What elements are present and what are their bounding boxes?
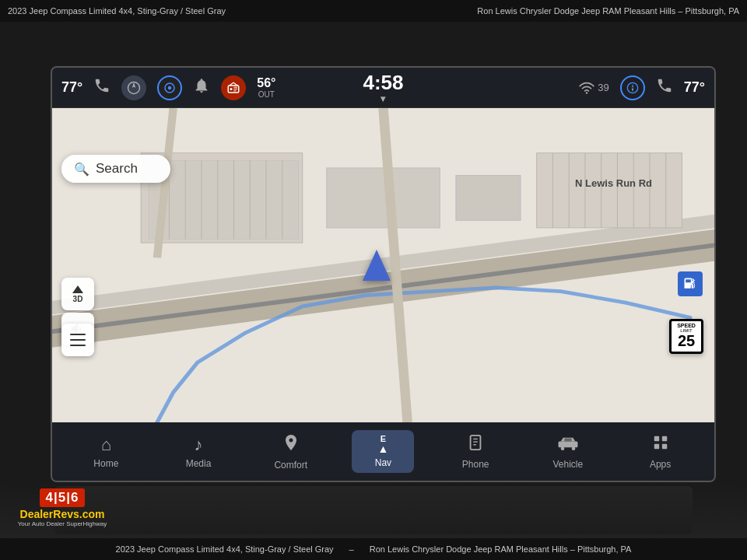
search-icon: 🔍 [74,162,89,177]
search-bar[interactable]: 🔍 Search [61,155,170,183]
infotainment-screen: 77° [51,66,716,482]
svg-rect-42 [654,436,658,440]
watermark-brand: DealerRevs [20,508,79,520]
svg-rect-23 [537,153,682,228]
compass-icon[interactable] [620,75,645,100]
svg-point-40 [572,446,576,450]
media-icon: ♪ [195,435,203,455]
bottom-bar-right: Ron Lewis Chrysler Dodge Jeep RAM Pleasa… [370,544,632,554]
nav-item-apps[interactable]: Apps [630,429,692,474]
watermark-tagline: Your Auto Dealer SuperHighway [18,520,107,527]
top-bar-right: Ron Lewis Chrysler Dodge Jeep RAM Pleasa… [477,6,739,16]
svg-rect-45 [661,443,666,448]
status-bar: 77° [52,68,714,108]
nav-item-phone[interactable]: Phone [444,429,507,474]
search-label: Search [96,161,138,177]
map-area: N Lewis Run Rd 🔍 Search 3D [52,108,714,422]
top-bar: 2023 Jeep Compass Limited 4x4, Sting-Gra… [0,0,747,22]
svg-rect-21 [327,168,440,228]
up-arrow-icon [72,285,83,293]
nav-circle-icon [121,75,146,100]
3d-button[interactable]: 3D [61,278,94,310]
outside-temp: 56° OUT [257,75,275,100]
svg-rect-38 [558,441,577,447]
vehicle-position-arrow [363,250,391,281]
phone-nav-label: Phone [462,459,489,470]
nav-item-media[interactable]: ♪ Media [167,430,230,474]
svg-point-5 [586,92,587,93]
speed-limit-sign: SPEED LIMIT 25 [669,319,703,354]
status-time: 4:58 ▾ [363,71,403,104]
temp-left: 77° [61,79,82,96]
svg-point-39 [561,446,565,450]
signal-strength: 39 [598,82,608,93]
nav-label: Nav [375,457,391,468]
3d-label: 3D [73,295,83,303]
bottom-bar-left: 2023 Jeep Compass Limited 4x4, Sting-Gra… [116,544,334,554]
radio-icon[interactable] [221,75,246,100]
status-right: 39 77° [579,75,705,100]
top-bar-left: 2023 Jeep Compass Limited 4x4, Sting-Gra… [8,6,226,16]
watermark: 4|5|6 DealerRevs.com Your Auto Dealer Su… [0,482,124,533]
active-nav-icon[interactable] [157,75,182,100]
apps-label: Apps [650,459,671,470]
svg-rect-34 [471,435,481,449]
gas-station-icon[interactable] [678,271,703,296]
svg-point-4 [230,88,233,90]
speed-limit-value: 25 [675,333,698,348]
comfort-icon [282,433,300,457]
bottom-bar: 2023 Jeep Compass Limited 4x4, Sting-Gra… [0,538,747,560]
nav-item-home[interactable]: ⌂ Home [75,430,137,474]
nav-item-vehicle[interactable]: Vehicle [537,429,599,474]
menu-line-1 [70,334,86,335]
vehicle-icon [557,434,579,456]
notification-icon[interactable] [193,77,210,98]
svg-rect-22 [456,176,521,221]
home-icon: ⌂ [101,435,111,455]
wifi-signal: 39 [579,82,608,94]
handset-icon[interactable] [656,77,673,98]
phone-nav-icon [467,434,484,456]
home-label: Home [93,458,118,469]
svg-point-2 [168,86,172,89]
menu-line-2 [70,339,86,341]
svg-rect-12 [149,160,299,239]
speed-limit-line1: SPEED [675,323,698,328]
nav-item-nav[interactable]: E ▲ Nav [352,430,414,473]
svg-rect-43 [661,436,666,440]
apps-icon [652,434,669,456]
media-label: Media [186,458,212,469]
svg-rect-41 [564,438,571,441]
comfort-label: Comfort [274,460,307,471]
bottom-nav: ⌂ Home ♪ Media Comfort E ▲ Nav [52,422,714,481]
chevron-down-icon: ▾ [381,93,385,104]
vehicle-label: Vehicle [553,459,584,470]
menu-line-3 [70,345,86,346]
nav-item-comfort[interactable]: Comfort [260,429,322,475]
watermark-number: 4|5|6 [46,490,79,505]
road-label: N Lewis Run Rd [575,177,652,189]
phone-icon [93,77,110,98]
temp-right: 77° [684,79,705,96]
menu-button[interactable] [61,324,94,356]
svg-rect-44 [654,443,658,448]
